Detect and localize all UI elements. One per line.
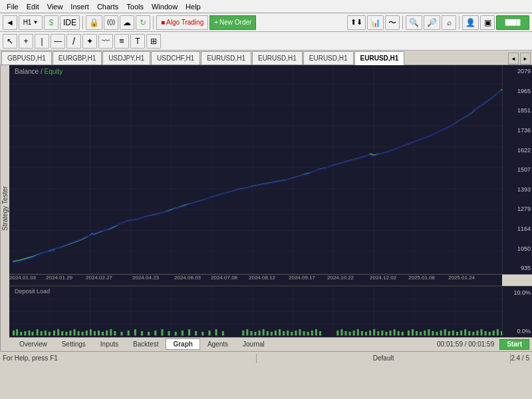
start-button[interactable]: Start xyxy=(499,339,529,350)
strategy-tester-label[interactable]: Strategy Tester xyxy=(0,65,9,351)
menu-tools[interactable]: Tools xyxy=(122,1,148,12)
tab-settings[interactable]: Settings xyxy=(55,338,93,350)
tab-agents[interactable]: Agents xyxy=(200,338,235,350)
deposit-svg xyxy=(9,287,502,336)
x-label-8: 2024.09.17 xyxy=(289,275,315,281)
account-button[interactable]: 👤 xyxy=(462,15,479,30)
back-button[interactable]: ◄ xyxy=(3,15,17,30)
svg-rect-126 xyxy=(452,331,454,336)
svg-rect-49 xyxy=(65,332,67,336)
tab-eurusd3[interactable]: EURUSD,H1 xyxy=(303,51,354,65)
cursor-tool[interactable]: ↖ xyxy=(3,34,17,49)
shapes-tool[interactable]: ⊞ xyxy=(146,34,161,49)
svg-rect-122 xyxy=(436,332,438,336)
horizontal-line-tool[interactable]: — xyxy=(51,34,65,49)
gann-tool[interactable]: ≡ xyxy=(114,34,129,49)
svg-rect-109 xyxy=(381,331,383,336)
crosshair-tool[interactable]: + xyxy=(19,34,33,49)
signal-button[interactable]: ▣ xyxy=(480,15,495,30)
wave-tool[interactable]: 〰 xyxy=(98,34,113,49)
svg-rect-36 xyxy=(13,331,15,336)
menu-view[interactable]: View xyxy=(43,1,67,12)
price-chart-inner xyxy=(9,65,502,274)
menu-help[interactable]: Help xyxy=(182,1,205,12)
vertical-line-tool[interactable]: | xyxy=(35,34,49,49)
cloud-button[interactable]: ☁ xyxy=(120,15,134,30)
svg-rect-67 xyxy=(154,331,156,336)
svg-rect-88 xyxy=(283,331,285,336)
menu-insert[interactable]: Insert xyxy=(66,1,93,12)
tab-eurgbp[interactable]: EURGBP,H1 xyxy=(53,51,102,65)
x-label-2: 2024.01.29 xyxy=(46,275,72,281)
tab-usdchf[interactable]: USDCHF,H1 xyxy=(151,51,200,65)
svg-rect-58 xyxy=(102,332,104,336)
strength-meter[interactable]: ████ xyxy=(496,15,529,30)
menu-window[interactable]: Window xyxy=(148,1,182,12)
tab-gbpusd[interactable]: GBPUSD,H1 xyxy=(1,51,52,65)
svg-rect-84 xyxy=(267,331,269,336)
tab-inputs[interactable]: Inputs xyxy=(93,338,126,350)
separator1 xyxy=(82,16,83,29)
channel-tool[interactable]: ✦ xyxy=(82,34,97,49)
timer-display: 00:01:59 / 00:01:59 xyxy=(437,340,494,348)
menu-charts[interactable]: Charts xyxy=(93,1,122,12)
tab-eurusd4-active[interactable]: EURUSD,H1 xyxy=(354,51,405,65)
svg-rect-41 xyxy=(31,332,33,336)
vps-button[interactable]: (()) xyxy=(104,15,118,30)
timeframe-dropdown[interactable]: H1▼ xyxy=(19,15,43,30)
menu-file[interactable]: File xyxy=(3,1,23,12)
tab-eurusd2[interactable]: EURUSD,H1 xyxy=(252,51,303,65)
svg-rect-47 xyxy=(57,330,59,336)
svg-rect-134 xyxy=(485,331,487,336)
search-button[interactable]: ⌕ xyxy=(442,15,456,30)
svg-rect-0 xyxy=(9,65,502,274)
trendline-tool[interactable]: / xyxy=(66,34,81,49)
refresh-button[interactable]: ↻ xyxy=(136,15,150,30)
tab-scroll-left[interactable]: ◄ xyxy=(508,53,519,65)
tab-graph[interactable]: Graph xyxy=(166,338,200,350)
svg-rect-131 xyxy=(472,332,474,336)
zoom-out-button[interactable]: 🔎 xyxy=(424,15,440,30)
svg-rect-56 xyxy=(94,331,96,336)
zoom-out-chart[interactable]: ⬆⬇ xyxy=(347,15,366,30)
algo-trading-button[interactable]: ■ Algo Trading xyxy=(156,15,208,30)
tab-usdjpy[interactable]: USDJPY,H1 xyxy=(102,51,150,65)
x-label-4: 2024.04.23 xyxy=(132,275,159,281)
y-label-4: 1736 xyxy=(504,127,531,134)
svg-rect-72 xyxy=(188,330,190,336)
status-extra: 2.4 / 5 xyxy=(511,354,529,362)
x-label-1: 2024.01.03 xyxy=(9,275,36,281)
menu-bar: File Edit View Insert Charts Tools Windo… xyxy=(0,0,532,13)
menu-edit[interactable]: Edit xyxy=(23,1,43,12)
svg-rect-83 xyxy=(263,330,265,336)
y-label-7: 1393 xyxy=(504,186,531,193)
svg-rect-113 xyxy=(398,331,400,336)
svg-rect-92 xyxy=(299,330,301,336)
tab-eurusd1[interactable]: EURUSD,H1 xyxy=(201,51,251,65)
toolbar-right: ⬆⬇ 📊 〜 🔍 🔎 ⌕ 👤 ▣ ████ xyxy=(347,15,529,30)
new-chart-button[interactable]: $ xyxy=(44,15,59,30)
svg-rect-119 xyxy=(424,331,426,336)
svg-rect-66 xyxy=(148,332,150,336)
svg-rect-116 xyxy=(412,330,414,336)
ide-button[interactable]: IDE xyxy=(60,15,80,30)
text-tool[interactable]: T xyxy=(130,34,145,49)
price-chart[interactable]: Balance / Equity xyxy=(9,65,532,275)
svg-rect-120 xyxy=(428,330,430,336)
svg-rect-130 xyxy=(468,331,470,336)
line-chart-btn[interactable]: 〜 xyxy=(385,15,400,30)
svg-rect-37 xyxy=(16,330,18,336)
bar-chart-btn[interactable]: 📊 xyxy=(367,15,384,30)
x-axis: 2024.01.03 2024.01.29 2024.02.27 2024.04… xyxy=(9,275,502,286)
tab-backtest[interactable]: Backtest xyxy=(126,338,166,350)
tab-scroll-right[interactable]: ► xyxy=(520,53,531,65)
new-order-button[interactable]: + New Order xyxy=(209,15,256,30)
svg-rect-132 xyxy=(476,331,478,336)
lock-button[interactable]: 🔒 xyxy=(86,15,102,30)
tab-journal[interactable]: Journal xyxy=(235,338,272,350)
tab-overview[interactable]: Overview xyxy=(12,338,55,350)
deposit-chart[interactable]: Deposit Load xyxy=(9,286,532,336)
svg-rect-59 xyxy=(106,331,108,336)
y-label-5: 1622 xyxy=(504,147,531,154)
zoom-in-button[interactable]: 🔍 xyxy=(406,15,422,30)
